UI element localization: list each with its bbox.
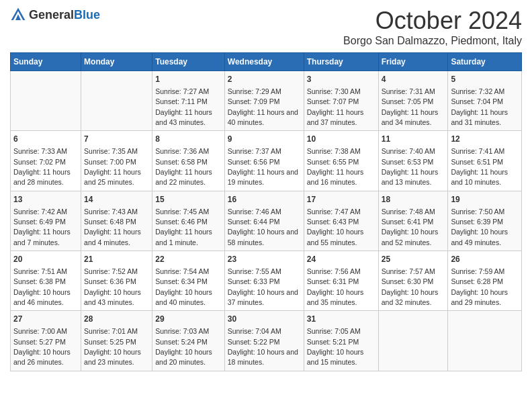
weekday-header: Tuesday — [152, 53, 225, 71]
day-info: Sunrise: 7:54 AMSunset: 6:34 PMDaylight:… — [155, 267, 212, 306]
calendar-cell: 25Sunrise: 7:57 AMSunset: 6:30 PMDayligh… — [378, 251, 448, 311]
day-info: Sunrise: 7:45 AMSunset: 6:46 PMDaylight:… — [155, 208, 212, 246]
calendar-cell: 6Sunrise: 7:33 AMSunset: 7:02 PMDaylight… — [11, 131, 81, 191]
weekday-row: SundayMondayTuesdayWednesdayThursdayFrid… — [11, 53, 522, 71]
day-info: Sunrise: 7:42 AMSunset: 6:49 PMDaylight:… — [13, 208, 71, 246]
day-number: 30 — [228, 314, 301, 325]
calendar-cell: 26Sunrise: 7:59 AMSunset: 6:28 PMDayligh… — [448, 251, 522, 311]
day-number: 21 — [84, 254, 149, 265]
day-number: 6 — [13, 134, 78, 145]
day-info: Sunrise: 7:01 AMSunset: 5:25 PMDaylight:… — [84, 327, 141, 366]
day-info: Sunrise: 7:32 AMSunset: 7:04 PMDaylight:… — [451, 87, 508, 126]
day-number: 23 — [228, 254, 301, 265]
day-number: 24 — [307, 254, 375, 265]
calendar-week-row: 27Sunrise: 7:00 AMSunset: 5:27 PMDayligh… — [11, 311, 522, 371]
day-number: 7 — [84, 134, 149, 145]
day-number: 13 — [13, 194, 78, 205]
calendar-cell — [81, 71, 152, 131]
day-info: Sunrise: 7:30 AMSunset: 7:07 PMDaylight:… — [307, 87, 364, 126]
day-number: 9 — [228, 134, 301, 145]
day-info: Sunrise: 7:48 AMSunset: 6:41 PMDaylight:… — [382, 208, 439, 246]
day-number: 2 — [228, 74, 301, 85]
day-number: 17 — [307, 194, 375, 205]
calendar-cell: 29Sunrise: 7:03 AMSunset: 5:24 PMDayligh… — [152, 311, 225, 371]
calendar-week-row: 20Sunrise: 7:51 AMSunset: 6:38 PMDayligh… — [11, 251, 522, 311]
weekday-header: Monday — [81, 53, 152, 71]
calendar-cell: 23Sunrise: 7:55 AMSunset: 6:33 PMDayligh… — [224, 251, 304, 311]
calendar-cell: 10Sunrise: 7:38 AMSunset: 6:55 PMDayligh… — [304, 131, 378, 191]
day-info: Sunrise: 7:59 AMSunset: 6:28 PMDaylight:… — [451, 267, 508, 306]
calendar-cell: 21Sunrise: 7:52 AMSunset: 6:36 PMDayligh… — [81, 251, 152, 311]
calendar-cell: 2Sunrise: 7:29 AMSunset: 7:09 PMDaylight… — [224, 71, 304, 131]
day-number: 27 — [13, 314, 78, 325]
calendar-cell: 22Sunrise: 7:54 AMSunset: 6:34 PMDayligh… — [152, 251, 225, 311]
logo-text-general: General — [29, 8, 74, 21]
calendar-cell: 5Sunrise: 7:32 AMSunset: 7:04 PMDaylight… — [448, 71, 522, 131]
calendar-cell: 16Sunrise: 7:46 AMSunset: 6:44 PMDayligh… — [224, 191, 304, 250]
location: Borgo San Dalmazzo, Piedmont, Italy — [343, 35, 522, 47]
day-number: 20 — [13, 254, 78, 265]
day-info: Sunrise: 7:38 AMSunset: 6:55 PMDaylight:… — [307, 147, 364, 186]
calendar-cell: 18Sunrise: 7:48 AMSunset: 6:41 PMDayligh… — [378, 191, 448, 250]
day-info: Sunrise: 7:00 AMSunset: 5:27 PMDaylight:… — [13, 327, 71, 366]
calendar-cell: 8Sunrise: 7:36 AMSunset: 6:58 PMDaylight… — [152, 131, 225, 191]
day-info: Sunrise: 7:52 AMSunset: 6:36 PMDaylight:… — [84, 267, 141, 306]
calendar-cell: 31Sunrise: 7:05 AMSunset: 5:21 PMDayligh… — [304, 311, 378, 371]
weekday-header: Sunday — [11, 53, 81, 71]
day-number: 8 — [155, 134, 222, 145]
calendar-cell: 20Sunrise: 7:51 AMSunset: 6:38 PMDayligh… — [11, 251, 81, 311]
logo-icon — [10, 7, 26, 23]
month-title: October 2024 — [343, 7, 522, 35]
calendar-cell — [11, 71, 81, 131]
title-section: October 2024 Borgo San Dalmazzo, Piedmon… — [343, 7, 522, 47]
day-number: 31 — [307, 314, 375, 325]
calendar-cell — [448, 311, 522, 371]
day-number: 10 — [307, 134, 375, 145]
day-info: Sunrise: 7:41 AMSunset: 6:51 PMDaylight:… — [451, 147, 508, 186]
day-number: 16 — [228, 194, 301, 205]
weekday-header: Wednesday — [224, 53, 304, 71]
logo: GeneralBlue — [10, 7, 100, 23]
day-number: 5 — [451, 74, 519, 85]
day-info: Sunrise: 7:33 AMSunset: 7:02 PMDaylight:… — [13, 147, 71, 186]
day-info: Sunrise: 7:36 AMSunset: 6:58 PMDaylight:… — [155, 147, 212, 186]
day-info: Sunrise: 7:46 AMSunset: 6:44 PMDaylight:… — [228, 208, 298, 246]
calendar-cell: 28Sunrise: 7:01 AMSunset: 5:25 PMDayligh… — [81, 311, 152, 371]
day-number: 18 — [382, 194, 445, 205]
day-info: Sunrise: 7:56 AMSunset: 6:31 PMDaylight:… — [307, 267, 364, 306]
day-info: Sunrise: 7:29 AMSunset: 7:09 PMDaylight:… — [228, 87, 298, 126]
day-number: 1 — [155, 74, 222, 85]
day-number: 26 — [451, 254, 519, 265]
calendar-cell: 4Sunrise: 7:31 AMSunset: 7:05 PMDaylight… — [378, 71, 448, 131]
day-number: 4 — [382, 74, 445, 85]
day-number: 12 — [451, 134, 519, 145]
day-info: Sunrise: 7:57 AMSunset: 6:30 PMDaylight:… — [382, 267, 439, 306]
calendar-cell: 15Sunrise: 7:45 AMSunset: 6:46 PMDayligh… — [152, 191, 225, 250]
calendar-week-row: 1Sunrise: 7:27 AMSunset: 7:11 PMDaylight… — [11, 71, 522, 131]
weekday-header: Thursday — [304, 53, 378, 71]
day-number: 11 — [382, 134, 445, 145]
calendar-cell: 13Sunrise: 7:42 AMSunset: 6:49 PMDayligh… — [11, 191, 81, 250]
day-info: Sunrise: 7:05 AMSunset: 5:21 PMDaylight:… — [307, 327, 364, 366]
day-info: Sunrise: 7:55 AMSunset: 6:33 PMDaylight:… — [228, 267, 298, 306]
weekday-header: Friday — [378, 53, 448, 71]
day-info: Sunrise: 7:51 AMSunset: 6:38 PMDaylight:… — [13, 267, 71, 306]
day-info: Sunrise: 7:04 AMSunset: 5:22 PMDaylight:… — [228, 327, 298, 366]
calendar-cell: 27Sunrise: 7:00 AMSunset: 5:27 PMDayligh… — [11, 311, 81, 371]
calendar-cell: 7Sunrise: 7:35 AMSunset: 7:00 PMDaylight… — [81, 131, 152, 191]
page-header: GeneralBlue October 2024 Borgo San Dalma… — [10, 7, 522, 47]
calendar-cell: 3Sunrise: 7:30 AMSunset: 7:07 PMDaylight… — [304, 71, 378, 131]
day-number: 3 — [307, 74, 375, 85]
day-info: Sunrise: 7:03 AMSunset: 5:24 PMDaylight:… — [155, 327, 212, 366]
calendar-cell: 17Sunrise: 7:47 AMSunset: 6:43 PMDayligh… — [304, 191, 378, 250]
calendar-table: SundayMondayTuesdayWednesdayThursdayFrid… — [10, 52, 522, 371]
calendar-cell — [378, 311, 448, 371]
calendar-cell: 9Sunrise: 7:37 AMSunset: 6:56 PMDaylight… — [224, 131, 304, 191]
calendar-cell: 12Sunrise: 7:41 AMSunset: 6:51 PMDayligh… — [448, 131, 522, 191]
day-number: 29 — [155, 314, 222, 325]
calendar-week-row: 13Sunrise: 7:42 AMSunset: 6:49 PMDayligh… — [11, 191, 522, 250]
calendar-header: SundayMondayTuesdayWednesdayThursdayFrid… — [11, 53, 522, 71]
calendar-body: 1Sunrise: 7:27 AMSunset: 7:11 PMDaylight… — [11, 71, 522, 371]
day-number: 19 — [451, 194, 519, 205]
day-info: Sunrise: 7:40 AMSunset: 6:53 PMDaylight:… — [382, 147, 439, 186]
